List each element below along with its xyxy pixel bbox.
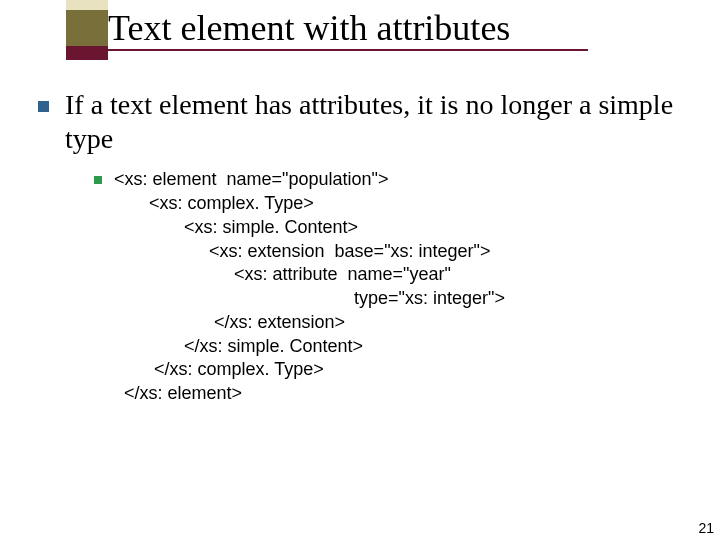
slide: Text element with attributes If a text e…: [0, 0, 720, 540]
code-line: </xs: simple. Content>: [114, 336, 363, 356]
code-line: <xs: element name="population">: [114, 169, 388, 189]
code-line: type="xs: integer">: [114, 288, 505, 308]
square-bullet-icon: [38, 101, 49, 112]
code-line: <xs: complex. Type>: [114, 193, 314, 213]
bullet-text: If a text element has attributes, it is …: [65, 88, 690, 156]
bullet-level-2: <xs: element name="population"> <xs: com…: [94, 168, 690, 406]
title-accent: [66, 0, 108, 62]
title-block: Text element with attributes: [108, 8, 588, 51]
slide-title: Text element with attributes: [108, 8, 588, 49]
code-line: <xs: attribute name="year": [114, 264, 451, 284]
slide-body: If a text element has attributes, it is …: [38, 88, 690, 406]
code-line: </xs: element>: [114, 383, 242, 403]
code-line: </xs: complex. Type>: [114, 359, 324, 379]
code-line: <xs: simple. Content>: [114, 217, 358, 237]
code-block: <xs: element name="population"> <xs: com…: [114, 168, 505, 406]
accent-segment: [66, 46, 108, 60]
bullet-level-1: If a text element has attributes, it is …: [38, 88, 690, 156]
square-bullet-icon: [94, 176, 102, 184]
accent-segment: [66, 10, 108, 46]
code-line: <xs: extension base="xs: integer">: [114, 241, 490, 261]
code-line: </xs: extension>: [114, 312, 345, 332]
title-underline: [108, 49, 588, 51]
page-number: 21: [698, 520, 714, 536]
accent-segment: [66, 0, 108, 10]
